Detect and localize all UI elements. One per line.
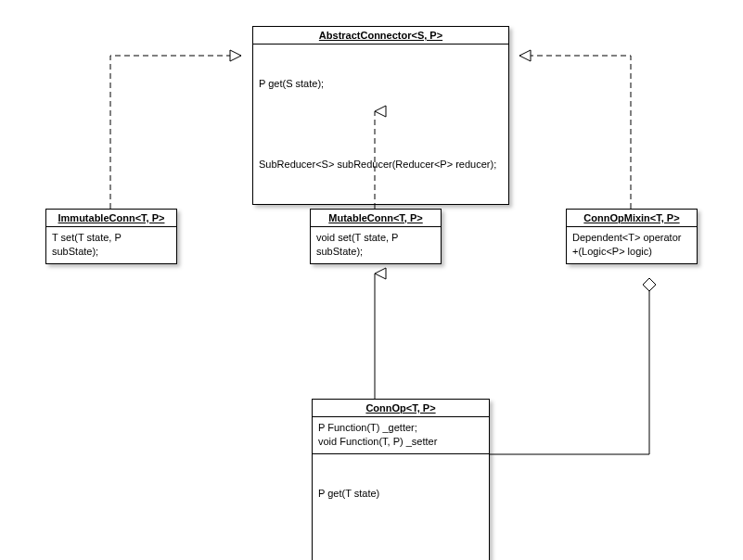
class-title: ImmutableConn<T, P> xyxy=(46,210,176,227)
method-subreducer: SubReducer<S> subReducer(Reducer<P> redu… xyxy=(259,158,503,172)
class-title: MutableConn<T, P> xyxy=(311,210,441,227)
class-body: P get(S state); SubReducer<S> subReducer… xyxy=(253,45,508,204)
uml-canvas: AbstractConnector<S, P> P get(S state); … xyxy=(0,0,743,560)
method-get: P get(S state); xyxy=(259,77,503,91)
class-title: ConnOpMixin<T, P> xyxy=(567,210,697,227)
class-mutable-conn: MutableConn<T, P> void set(T state, P su… xyxy=(310,209,442,264)
class-body: void set(T state, P subState); xyxy=(311,227,441,263)
edge-connop-to-mixin xyxy=(489,278,649,454)
class-immutable-conn: ImmutableConn<T, P> T set(T state, P sub… xyxy=(45,209,177,264)
class-title: ConnOp<T, P> xyxy=(313,400,489,417)
class-body: Dependent<T> operator +(Logic<P> logic) xyxy=(567,227,697,263)
class-connop-mixin: ConnOpMixin<T, P> Dependent<T> operator … xyxy=(566,209,698,264)
class-connop: ConnOp<T, P> P Function(T) _getter; void… xyxy=(312,399,490,560)
class-methods: P get(T state) void set(T state, P subSt… xyxy=(313,454,489,560)
method-get: P get(T state) xyxy=(318,487,483,501)
edge-immutable-to-abstract xyxy=(110,56,241,209)
class-title: AbstractConnector<S, P> xyxy=(253,27,508,45)
class-abstract-connector: AbstractConnector<S, P> P get(S state); … xyxy=(252,26,509,205)
edge-mixin-to-abstract xyxy=(519,56,631,209)
class-body: T set(T state, P subState); xyxy=(46,227,176,263)
class-attributes: P Function(T) _getter; void Function(T, … xyxy=(313,417,489,454)
